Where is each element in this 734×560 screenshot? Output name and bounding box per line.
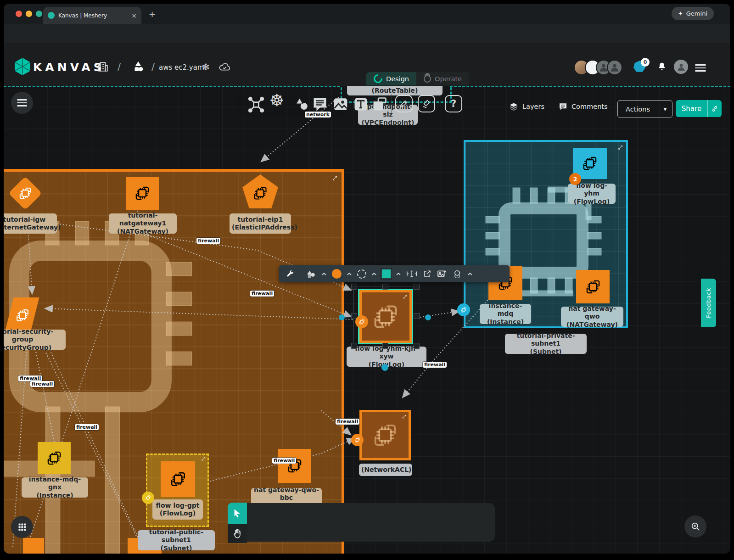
- node-internet-gateway-label[interactable]: tutorial-igw (InternetGateway): [4, 213, 57, 234]
- layers-button[interactable]: Layers: [509, 102, 544, 111]
- node-network-acl[interactable]: [359, 410, 411, 460]
- mesh-sync-icon[interactable]: [247, 96, 265, 113]
- flow-log-badge[interactable]: [355, 315, 368, 328]
- browser-tab[interactable]: Kanvas | Meshery ×: [43, 7, 141, 24]
- node-instance-mdq-label[interactable]: instance-mdq (Instance): [480, 304, 531, 324]
- image-tool-icon[interactable]: [332, 96, 349, 112]
- chevron-up-icon[interactable]: [396, 273, 401, 275]
- feedback-tab[interactable]: Feedback: [701, 279, 716, 327]
- network-acl-badge[interactable]: [351, 434, 364, 446]
- chevron-up-icon[interactable]: [468, 273, 472, 275]
- resize-handle[interactable]: [414, 284, 420, 290]
- pan-tool-button[interactable]: [228, 524, 247, 543]
- open-in-new-icon[interactable]: [423, 269, 431, 278]
- node-route-table[interactable]: (RouteTable): [347, 85, 443, 95]
- resize-handle[interactable]: [351, 343, 357, 349]
- resize-handle[interactable]: [414, 343, 420, 349]
- gemini-button[interactable]: ✦ Gemini: [672, 7, 714, 20]
- actions-button[interactable]: Actions ▼: [617, 100, 672, 118]
- group-circles-icon[interactable]: [452, 269, 462, 278]
- close-tab-icon[interactable]: ×: [131, 12, 137, 19]
- comment-tool-icon[interactable]: [312, 96, 328, 112]
- node-nat-gateway-qwo-bbc[interactable]: [278, 449, 311, 483]
- node-flow-log-yhm-label[interactable]: flow log-yhm (FlowLog): [568, 184, 616, 204]
- collapse-node-icon[interactable]: [403, 295, 407, 299]
- node-nat-gateway-qwo-label[interactable]: nat gateway-qwo (NATGateway): [561, 307, 623, 327]
- node-flow-log-gpt-label[interactable]: flow log-gpt (FlowLog): [152, 499, 203, 520]
- sticky-note-tool-icon[interactable]: [371, 96, 388, 112]
- node-nat-gateway-1[interactable]: [126, 177, 159, 210]
- widgets-grid-button[interactable]: [11, 516, 33, 538]
- cloud-saved-icon[interactable]: [219, 61, 231, 72]
- shape-preview-swatch[interactable]: [382, 269, 391, 278]
- tab-operate[interactable]: Operate: [416, 72, 469, 85]
- resize-handle[interactable]: [382, 343, 388, 349]
- shapes-tool-icon[interactable]: [293, 96, 310, 112]
- node-nat-gateway-qwo[interactable]: [576, 270, 610, 303]
- pen-tool-icon[interactable]: [395, 95, 413, 112]
- node-flow-log-selected[interactable]: [359, 290, 412, 343]
- copy-link-icon[interactable]: [708, 105, 722, 112]
- node-partial[interactable]: [23, 538, 44, 554]
- add-image-icon[interactable]: [437, 269, 447, 278]
- wrench-icon[interactable]: [286, 269, 294, 278]
- flow-log-gpt-badge[interactable]: [142, 492, 154, 504]
- design-pattern-icon[interactable]: ✻: [202, 62, 210, 73]
- node-security-group-label[interactable]: tutorial-security-group (SecurityGroup): [4, 330, 66, 350]
- node-public-subnet-label[interactable]: tutorial-public-subnet1 (Subnet): [138, 530, 215, 550]
- organization-icon[interactable]: [97, 61, 109, 73]
- node-private-subnet-label[interactable]: tutorial-private-subnet1 (Subnet): [505, 334, 587, 354]
- actions-dropdown-icon[interactable]: ▼: [658, 107, 672, 112]
- grid-icon: [17, 522, 27, 532]
- new-tab-button[interactable]: +: [149, 9, 156, 19]
- freehand-tool-icon[interactable]: [418, 95, 435, 112]
- kubernetes-icon[interactable]: ☸: [269, 92, 284, 109]
- chevron-up-icon[interactable]: [372, 273, 376, 275]
- designs-icon[interactable]: [131, 60, 145, 73]
- connection-dot[interactable]: [425, 314, 431, 320]
- help-tool-icon[interactable]: ?: [445, 95, 462, 112]
- resize-handle[interactable]: [414, 313, 420, 319]
- resize-handle[interactable]: [351, 284, 357, 290]
- magnifier-icon: [690, 521, 700, 532]
- collapse-container-icon[interactable]: [332, 175, 337, 181]
- zoom-window-button[interactable]: [36, 11, 42, 17]
- flow-log-yhm-count-badge[interactable]: 2: [569, 173, 581, 185]
- fill-color-swatch[interactable]: [332, 269, 342, 279]
- design-canvas[interactable]: Layers Comments Actions ▼ Share: [4, 85, 730, 554]
- minimize-window-button[interactable]: [26, 11, 32, 17]
- node-instance-mdq-gnx-label[interactable]: instance-mdq-gnx (Instance): [22, 477, 88, 498]
- node-network-acl-label[interactable]: (NetworkACL): [359, 464, 412, 476]
- canvas-menu-button[interactable]: [11, 92, 33, 114]
- resize-handle[interactable]: [382, 284, 388, 290]
- tab-design[interactable]: Design: [366, 72, 416, 85]
- node-flow-log-gpt[interactable]: [161, 461, 195, 497]
- notifications-bell-icon[interactable]: [657, 62, 667, 72]
- collapse-container-icon[interactable]: [618, 145, 622, 150]
- node-elastic-ip-label[interactable]: tutorial-eip1 (ElasticIPAddress): [230, 213, 291, 234]
- user-avatar[interactable]: [674, 60, 688, 74]
- chevron-up-icon[interactable]: [322, 273, 326, 275]
- node-instance-mdq-gnx[interactable]: [38, 442, 71, 474]
- share-button[interactable]: Share: [676, 100, 722, 117]
- close-window-button[interactable]: [16, 11, 22, 17]
- connection-dot[interactable]: [339, 314, 345, 320]
- kanvas-logo-icon[interactable]: [14, 57, 31, 76]
- collapse-container-icon[interactable]: [202, 457, 205, 461]
- collaborator-avatar[interactable]: [607, 60, 622, 75]
- chevron-up-icon[interactable]: [347, 273, 352, 275]
- connection-dot[interactable]: [381, 364, 388, 371]
- subnet-connection-badge[interactable]: [457, 303, 470, 316]
- collapse-node-icon[interactable]: [402, 414, 406, 419]
- header-menu-icon[interactable]: [695, 62, 706, 73]
- select-tool-button[interactable]: [228, 503, 247, 524]
- rename-icon[interactable]: [406, 270, 417, 278]
- shapes-icon[interactable]: [306, 270, 316, 278]
- design-file-name[interactable]: aws ec2.yaml: [159, 63, 206, 72]
- border-style-icon[interactable]: [357, 269, 366, 279]
- text-tool-icon[interactable]: [353, 96, 369, 112]
- node-flow-log-selected-label[interactable]: flow log-yhm-kjh-xyw (FlowLog): [347, 347, 426, 367]
- zoom-button[interactable]: [684, 515, 706, 538]
- node-nat-gateway-1-label[interactable]: tutorial-natgateway1 (NATGateway): [109, 213, 177, 234]
- comments-button[interactable]: Comments: [558, 102, 608, 111]
